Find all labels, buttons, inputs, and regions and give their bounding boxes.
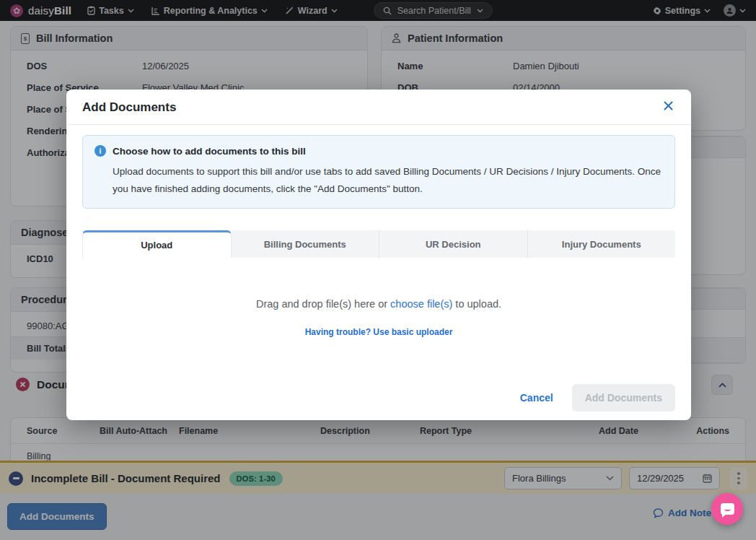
info-body: Upload documents to support this bill an… [113,163,663,197]
add-documents-modal: Add Documents i Choose how to add docume… [66,90,691,420]
modal-tabs: Upload Billing Documents UR Decision Inj… [82,230,675,258]
info-heading-row: i Choose how to add documents to this bi… [94,145,663,157]
modal-add-documents-button[interactable]: Add Documents [572,384,675,411]
modal-title: Add Documents [82,100,176,115]
tab-upload[interactable]: Upload [82,230,232,258]
info-icon: i [94,145,106,157]
modal-footer: Cancel Add Documents [66,375,691,420]
chat-bubble-icon [721,503,734,515]
chat-launcher-button[interactable] [711,493,743,525]
dropzone-text: Drag and drop file(s) here or choose fil… [256,298,501,310]
info-heading: Choose how to add documents to this bill [113,146,306,157]
modal-header: Add Documents [66,90,691,125]
cancel-button[interactable]: Cancel [520,392,553,404]
tab-billing-documents[interactable]: Billing Documents [232,230,380,258]
tab-injury-documents[interactable]: Injury Documents [528,230,676,258]
choose-files-link[interactable]: choose file(s) [390,298,452,310]
tab-ur-decision[interactable]: UR Decision [379,230,528,258]
modal-info-box: i Choose how to add documents to this bi… [82,135,675,209]
close-icon[interactable] [662,99,675,116]
upload-dropzone[interactable]: Drag and drop file(s) here or choose fil… [66,258,691,378]
basic-uploader-link[interactable]: Having trouble? Use basic uploader [305,327,453,337]
